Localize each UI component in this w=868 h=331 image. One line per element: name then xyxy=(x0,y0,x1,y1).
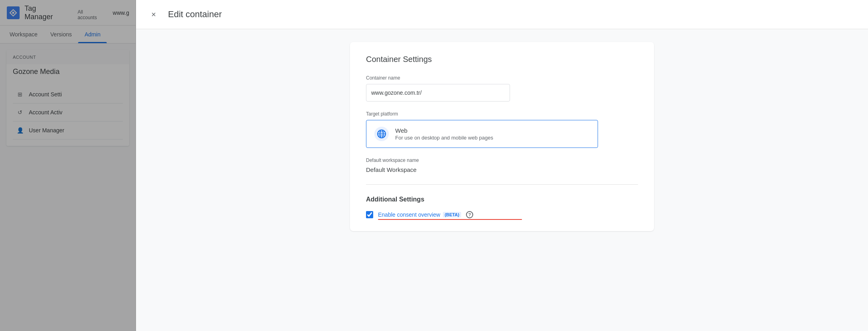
additional-settings-title: Additional Settings xyxy=(366,196,638,203)
close-button[interactable]: × xyxy=(146,6,162,22)
dialog-body: Container Settings Container name Target… xyxy=(136,29,868,331)
consent-text: Enable consent overview xyxy=(378,211,440,218)
dialog-header: × Edit container xyxy=(136,0,868,29)
workspace-name-label: Default workspace name xyxy=(366,158,638,163)
section-title: Container Settings xyxy=(366,55,638,64)
container-name-label: Container name xyxy=(366,75,638,81)
help-icon[interactable]: ? xyxy=(466,211,473,218)
section-divider xyxy=(366,184,638,185)
workspace-name-group: Default workspace name Default Workspace xyxy=(366,158,638,173)
red-underline-decoration xyxy=(378,219,522,220)
target-platform-group: Target platform Web For use on de xyxy=(366,111,638,148)
edit-container-dialog: × Edit container Container Settings Cont… xyxy=(136,0,868,331)
web-platform-option[interactable]: Web For use on desktop and mobile web pa… xyxy=(366,120,598,148)
platform-description: For use on desktop and mobile web pages xyxy=(395,135,493,141)
container-settings-card: Container Settings Container name Target… xyxy=(350,42,654,231)
platform-info: Web For use on desktop and mobile web pa… xyxy=(395,127,493,141)
target-platform-label: Target platform xyxy=(366,111,638,117)
container-name-input[interactable] xyxy=(366,84,510,102)
help-icon-label: ? xyxy=(468,212,471,217)
consent-checkbox[interactable] xyxy=(366,211,373,218)
workspace-name-value: Default Workspace xyxy=(366,166,638,173)
consent-row: Enable consent overview (BETA) ? xyxy=(366,211,638,218)
consent-label[interactable]: Enable consent overview (BETA) xyxy=(378,211,461,218)
dialog-title: Edit container xyxy=(168,9,222,20)
beta-badge: (BETA) xyxy=(443,212,461,217)
container-name-group: Container name xyxy=(366,75,638,102)
platform-name: Web xyxy=(395,127,493,134)
web-platform-icon xyxy=(374,127,389,141)
